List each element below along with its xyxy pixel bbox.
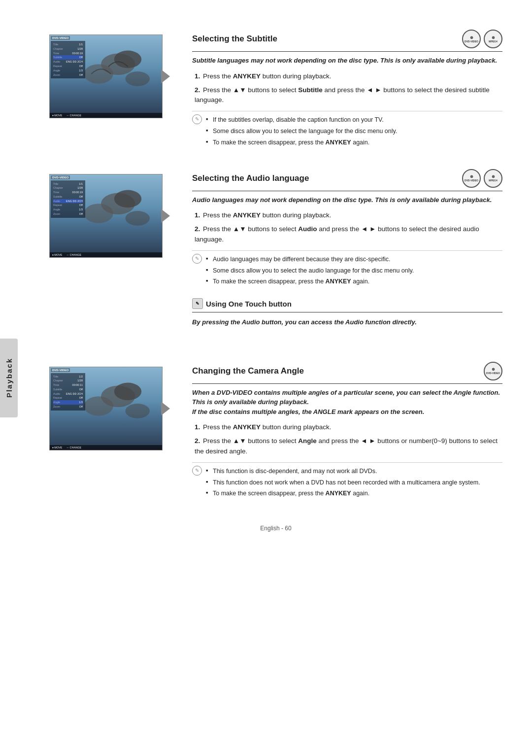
section-left-subtitle: DVD-VIDEO Title1/1 Chapter1/28 Time00:00… [49, 34, 177, 120]
subsection-title-one-touch: Using One Touch button [206, 300, 292, 308]
dvd-screen-wrapper-audio: DVD-VIDEO Title1/1 Chapter1/28 Time00:00… [49, 174, 163, 258]
note-item-2-camera: This function does not work when a DVD h… [206, 478, 502, 487]
dvd-screen-wrapper-camera: DVD-VIDEO Title1/2 Chapter1/28 Time00:00… [49, 367, 163, 450]
note-box-camera: ✎ This function is disc-dependent, and m… [192, 462, 502, 498]
svg-point-10 [84, 396, 113, 416]
note-item-2-subtitle: Some discs allow you to select the langu… [206, 127, 502, 136]
section-title-audio: Selecting the Audio language [192, 173, 309, 183]
page-container: Playback DVD-VIDEO [0, 0, 532, 756]
svg-point-1 [114, 51, 141, 69]
subsection-heading-one-touch: ✎ Using One Touch button [192, 298, 502, 312]
dvd-label-camera: DVD-VIDEO [51, 368, 70, 372]
dvd-screen-audio: DVD-VIDEO Title1/1 Chapter1/28 Time00:00… [49, 174, 163, 258]
section-left-audio: DVD-VIDEO Title1/1 Chapter1/28 Time00:00… [49, 174, 177, 259]
dvd-info-subtitle: Title1/1 Chapter1/28 Time00:00:19 Subtit… [51, 41, 85, 78]
steps-subtitle: 1. Press the ANYKEY button during playba… [192, 71, 502, 105]
note-item-1-subtitle: If the subtitles overlap, disable the ca… [206, 115, 502, 125]
dvd-screen-camera: DVD-VIDEO Title1/2 Chapter1/28 Time00:00… [49, 367, 163, 450]
intro-camera: When a DVD-VIDEO contains multiple angle… [192, 388, 502, 417]
note-box-audio: ✎ Audio languages may be different becau… [192, 250, 502, 286]
note-item-3-subtitle: To make the screen disappear, press the … [206, 138, 502, 147]
side-tab: Playback [0, 339, 18, 417]
dvd-label-audio: DVD-VIDEO [51, 175, 70, 179]
note-icon-camera: ✎ [192, 466, 202, 476]
dvd-label-subtitle: DVD-VIDEO [51, 36, 70, 40]
format-icons-subtitle: ⊛ DVD-VIDEO ⊛ MPEG4 [462, 30, 502, 48]
dvd-bottom-bar-camera: ♦ MOVE↔ CHANGE [50, 445, 162, 450]
one-touch-intro: By pressing the Audio button, you can ac… [192, 317, 502, 327]
note-item-2-audio: Some discs allow you to select the audio… [206, 266, 502, 275]
format-icons-audio: ⊛ DVD-VIDEO ⊛ MPEG4 [462, 169, 502, 188]
mpeg4-icon-audio: ⊛ MPEG4 [484, 169, 502, 188]
svg-point-7 [126, 211, 150, 226]
steps-audio: 1. Press the ANYKEY button during playba… [192, 210, 502, 244]
dvd-video-icon-audio: ⊛ DVD-VIDEO [462, 169, 481, 188]
note-items-audio: Audio languages may be different because… [206, 255, 502, 286]
svg-point-9 [114, 382, 141, 400]
section-right-camera: Changing the Camera Angle ⊛ DVD-VIDEO Wh… [192, 362, 502, 501]
dvd-bottom-bar-subtitle: ♦ MOVE↔ CHANGE [50, 113, 162, 118]
footer-text: English - 60 [260, 525, 291, 532]
note-icon-subtitle: ✎ [192, 114, 202, 124]
note-items-subtitle: If the subtitles overlap, disable the ca… [206, 115, 502, 147]
dvd-bottom-bar-audio: ♦ MOVE↔ CHANGE [50, 252, 162, 257]
arrow-right-audio [161, 209, 170, 223]
section-heading-camera: Changing the Camera Angle ⊛ DVD-VIDEO [192, 362, 502, 384]
note-items-camera: This function is disc-dependent, and may… [206, 467, 502, 498]
arrow-right-subtitle [161, 69, 170, 83]
svg-point-11 [126, 404, 150, 418]
section-right-audio: Selecting the Audio language ⊛ DVD-VIDEO… [192, 169, 502, 342]
dvd-info-camera: Title1/2 Chapter1/28 Time00:00:11 Subtit… [51, 373, 85, 411]
dvd-screen-subtitle: DVD-VIDEO Title1/1 Chapter1/28 Time00:00… [49, 34, 163, 118]
note-item-3-camera: To make the screen disappear, press the … [206, 489, 502, 498]
side-tab-label: Playback [5, 358, 13, 398]
subsection-one-touch: ✎ Using One Touch button By pressing the… [192, 298, 502, 327]
note-box-subtitle: ✎ If the subtitles overlap, disable the … [192, 111, 502, 147]
step-2-camera: 2. Press the ▲▼ buttons to select Angle … [192, 436, 502, 456]
note-item-1-camera: This function is disc-dependent, and may… [206, 467, 502, 476]
step-2-subtitle: 2. Press the ▲▼ buttons to select Subtit… [192, 85, 502, 105]
svg-point-5 [114, 190, 141, 207]
step-1-subtitle: 1. Press the ANYKEY button during playba… [192, 71, 502, 81]
section-camera-angle: DVD-VIDEO Title1/2 Chapter1/28 Time00:00… [49, 362, 502, 501]
section-heading-audio: Selecting the Audio language ⊛ DVD-VIDEO… [192, 169, 502, 191]
dvd-info-audio: Title1/1 Chapter1/28 Time00:00:19 Subtit… [51, 180, 85, 218]
step-1-camera: 1. Press the ANYKEY button during playba… [192, 422, 502, 432]
intro-subtitle: Subtitle languages may not work dependin… [192, 56, 502, 66]
arrow-right-camera [161, 402, 170, 415]
section-heading-subtitle: Selecting the Subtitle ⊛ DVD-VIDEO ⊛ MPE… [192, 30, 502, 52]
svg-point-3 [126, 71, 150, 86]
section-right-subtitle: Selecting the Subtitle ⊛ DVD-VIDEO ⊛ MPE… [192, 30, 502, 149]
step-2-audio: 2. Press the ▲▼ buttons to select Audio … [192, 224, 502, 244]
svg-point-2 [84, 64, 113, 84]
mpeg4-icon-subtitle: ⊛ MPEG4 [484, 30, 502, 48]
section-title-subtitle: Selecting the Subtitle [192, 34, 277, 44]
section-audio: DVD-VIDEO Title1/1 Chapter1/28 Time00:00… [49, 169, 502, 342]
dvd-video-icon-subtitle: ⊛ DVD-VIDEO [462, 30, 481, 48]
note-icon-audio: ✎ [192, 254, 202, 264]
page-footer: English - 60 [49, 520, 502, 532]
section-left-camera: DVD-VIDEO Title1/2 Chapter1/28 Time00:00… [49, 367, 177, 452]
dvd-screen-wrapper-subtitle: DVD-VIDEO Title1/1 Chapter1/28 Time00:00… [49, 34, 163, 118]
section-subtitle: DVD-VIDEO Title1/1 Chapter1/28 Time00:00… [49, 30, 502, 149]
dvd-video-icon-camera: ⊛ DVD-VIDEO [484, 362, 502, 380]
svg-point-6 [84, 204, 113, 223]
step-1-audio: 1. Press the ANYKEY button during playba… [192, 210, 502, 220]
note-item-3-audio: To make the screen disappear, press the … [206, 277, 502, 286]
steps-camera: 1. Press the ANYKEY button during playba… [192, 422, 502, 456]
section-title-camera: Changing the Camera Angle [192, 366, 304, 376]
one-touch-icon: ✎ [192, 298, 203, 309]
note-item-1-audio: Audio languages may be different because… [206, 255, 502, 264]
format-icons-camera: ⊛ DVD-VIDEO [484, 362, 502, 380]
intro-audio: Audio languages may not work depending o… [192, 195, 502, 205]
